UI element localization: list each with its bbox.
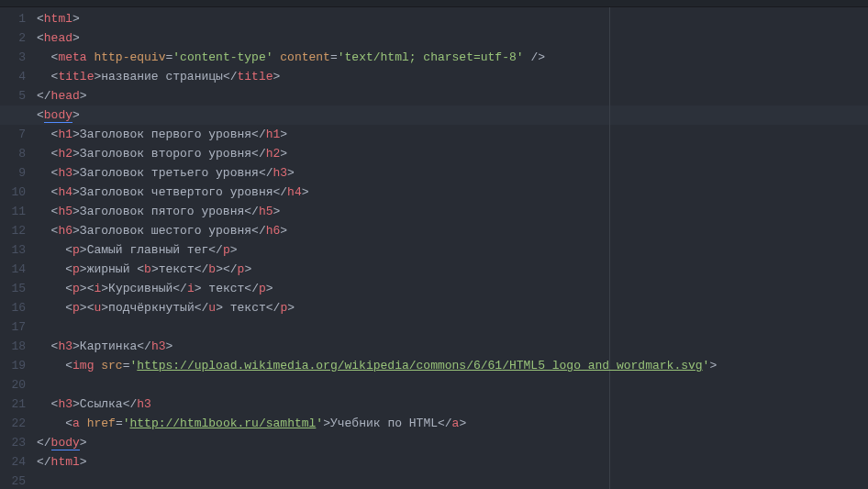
code-line[interactable] [37,472,868,489]
line-number: 14 [0,260,37,279]
line-number: 23 [0,433,37,452]
code-line[interactable]: <p>жирный <b>текст</b></p> [37,260,868,279]
line-number: 21 [0,395,37,414]
code-line[interactable]: <h6>Заголовок шестого уровня</h6> [37,221,868,240]
code-line[interactable]: </head> [37,86,868,106]
code-line[interactable] [37,375,868,395]
line-number: 15 [0,279,37,298]
line-number: 11 [0,202,37,221]
line-number: 9 [0,163,37,183]
line-number: 3 [0,48,37,67]
code-line[interactable] [37,317,868,337]
editor-area[interactable]: 1234567891011121314151617181920212223242… [0,7,868,489]
code-line[interactable]: </html> [37,452,868,472]
tab-bar[interactable] [0,0,868,7]
line-number-gutter: 1234567891011121314151617181920212223242… [0,7,37,489]
code-line[interactable]: <p><u>подчёркнутый</u> текст</p> [37,298,868,317]
code-line[interactable]: <p><i>Курсивный</i> текст</p> [37,279,868,298]
line-number: 10 [0,183,37,202]
code-line[interactable]: <p>Самый главный тег</p> [37,240,868,260]
code-line[interactable]: <body> [37,106,868,125]
line-number: 24 [0,452,37,472]
code-content[interactable]: <html><head> <meta http-equiv='content-t… [37,7,868,489]
line-number: 22 [0,414,37,433]
code-line[interactable]: <h3>Картинка</h3> [37,337,868,356]
code-line[interactable]: <h4>Заголовок четвертого уровня</h4> [37,183,868,202]
line-number: 5 [0,86,37,106]
code-line[interactable]: <title>название страницы</title> [37,67,868,86]
code-line[interactable]: <h3>Заголовок третьего уровня</h3> [37,163,868,183]
code-line[interactable]: <h5>Заголовок пятого уровня</h5> [37,202,868,221]
code-line[interactable]: <h1>Заголовок первого уровня</h1> [37,125,868,144]
line-number: 7 [0,125,37,144]
line-number: 18 [0,337,37,356]
line-number: 25 [0,472,37,489]
code-line[interactable]: <html> [37,9,868,28]
line-number: 4 [0,67,37,86]
line-number: 8 [0,144,37,163]
line-number: 19 [0,356,37,375]
code-line[interactable]: <img src='https://upload.wikimedia.org/w… [37,356,868,375]
line-number: 2 [0,28,37,48]
code-line[interactable]: </body> [37,433,868,452]
line-number: 13 [0,240,37,260]
code-line[interactable]: <h2>Заголовок второго уровня</h2> [37,144,868,163]
line-number: 16 [0,298,37,317]
code-line[interactable]: <head> [37,28,868,48]
code-line[interactable]: <meta http-equiv='content-type' content=… [37,48,868,67]
code-line[interactable]: <a href='http://htmlbook.ru/samhtml'>Уче… [37,414,868,433]
line-number: 17 [0,317,37,337]
line-number: 12 [0,221,37,240]
line-number: 1 [0,9,37,28]
code-line[interactable]: <h3>Ссылка</h3 [37,395,868,414]
line-number: 20 [0,375,37,395]
